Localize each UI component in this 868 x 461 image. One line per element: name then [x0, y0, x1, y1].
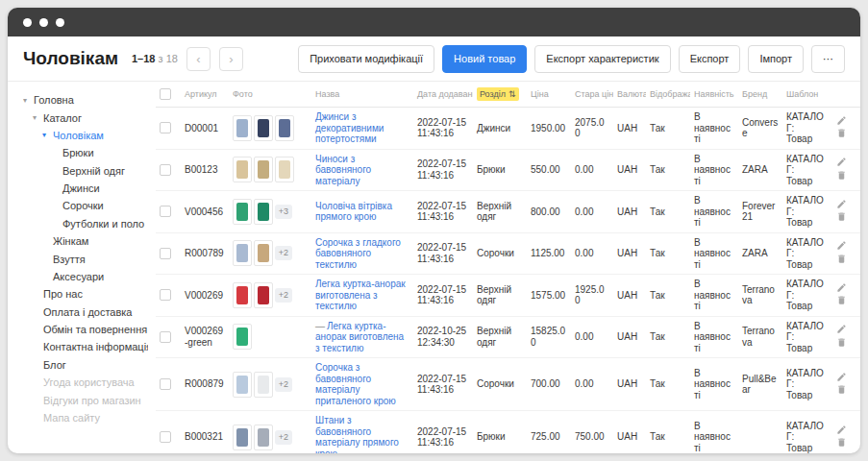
cell-old-price: 0.00: [571, 316, 613, 358]
column-header-date[interactable]: Дата додавання: [413, 82, 473, 108]
delete-button[interactable]: [836, 295, 847, 308]
column-header-section[interactable]: Розділ⇅: [473, 82, 527, 108]
garment-image: [236, 286, 248, 304]
cell-brand: ZARA: [738, 149, 782, 191]
sidebar-item-sorochky[interactable]: ▾ Сорочки: [23, 197, 148, 214]
table-row: V000269 +2 Легка куртка-анорак виготовле…: [156, 275, 860, 317]
sidebar-item-zhinkam[interactable]: ▾ Жінкам: [23, 232, 148, 250]
edit-button[interactable]: [836, 372, 847, 385]
row-checkbox[interactable]: [160, 122, 171, 133]
column-header-actions: [832, 82, 860, 108]
column-header-photo[interactable]: Фото: [229, 82, 311, 108]
sidebar-item-vidguky-pro-magazyn[interactable]: ▾ Відгуки про магазин: [23, 391, 148, 408]
prev-page-button[interactable]: ‹: [186, 47, 211, 71]
cell-display: Так: [646, 232, 690, 275]
sidebar-item-cholovikam[interactable]: ▾ Чоловікам: [23, 127, 148, 144]
template-value: Товар: [786, 259, 829, 271]
cell-currency: UAH: [613, 191, 646, 233]
delete-button[interactable]: [836, 254, 847, 267]
select-all-checkbox[interactable]: [160, 88, 171, 100]
column-header-article[interactable]: Артикул: [181, 82, 229, 108]
row-checkbox[interactable]: [160, 331, 171, 343]
cell-availability: В наявності: [690, 358, 738, 411]
chevron-down-icon: ▾: [23, 96, 34, 105]
row-checkbox[interactable]: [160, 431, 171, 443]
sidebar-item-aksesuary[interactable]: ▾ Аксесуари: [23, 268, 148, 285]
new-product-button[interactable]: Новий товар: [442, 45, 527, 73]
sort-icon[interactable]: ⇅: [508, 89, 516, 99]
delete-button[interactable]: [836, 437, 847, 450]
column-header-brand[interactable]: Бренд: [738, 82, 782, 108]
product-name-link[interactable]: Легка куртка-анорак виготовлена з тексти…: [315, 321, 404, 353]
delete-button[interactable]: [836, 170, 847, 183]
column-header-availability[interactable]: Наявність: [690, 82, 738, 108]
column-header-currency[interactable]: Валюта: [613, 82, 646, 108]
next-page-button[interactable]: ›: [219, 47, 243, 71]
export-button[interactable]: Експорт: [679, 45, 741, 73]
sidebar-item-ugoda-korystuvacha[interactable]: ▾ Угода користувача: [23, 374, 148, 391]
delete-button[interactable]: [836, 337, 847, 351]
row-checkbox[interactable]: [160, 164, 171, 176]
sidebar-item-golovna[interactable]: ▾ Головна: [23, 91, 148, 109]
row-checkbox[interactable]: [160, 378, 171, 390]
garment-image: [258, 428, 269, 447]
window-control-dot-3[interactable]: [56, 18, 64, 27]
row-checkbox[interactable]: [160, 248, 171, 259]
delete-button[interactable]: [836, 128, 847, 141]
product-name-link[interactable]: Легка куртка-анорак виготовлена з тексти…: [315, 279, 406, 311]
row-checkbox[interactable]: [160, 289, 171, 301]
edit-button[interactable]: [836, 425, 847, 438]
cell-currency: UAH: [613, 108, 646, 150]
column-header-name[interactable]: Назва: [311, 82, 413, 108]
sidebar-item-oplata-i-dostavka[interactable]: ▾ Оплата і доставка: [23, 303, 148, 321]
product-name-link[interactable]: Сорочка з гладкого бавовняного текстилю: [315, 237, 401, 270]
edit-button[interactable]: [836, 157, 847, 170]
edit-button[interactable]: [836, 282, 847, 296]
edit-button[interactable]: [836, 324, 847, 337]
column-header-old_price[interactable]: Стара ціна: [571, 82, 613, 108]
import-button[interactable]: Імпорт: [748, 45, 804, 73]
column-header-template[interactable]: Шаблон: [782, 82, 832, 108]
column-header-display[interactable]: Відображати: [646, 82, 690, 108]
window-control-dot-1[interactable]: [23, 18, 32, 27]
edit-button[interactable]: [836, 240, 847, 254]
cell-date: 2022-07-1511:43:16: [413, 411, 473, 454]
product-name-link[interactable]: Чиноси з бавовняного матеріалу: [315, 154, 371, 186]
hide-modifications-button[interactable]: Приховати модифікації: [298, 45, 434, 73]
sidebar-item-mapa-saytu[interactable]: ▾ Мапа сайту: [23, 409, 148, 426]
edit-button[interactable]: [836, 199, 847, 212]
column-header-price[interactable]: Ціна: [527, 82, 571, 108]
window-control-dot-2[interactable]: [39, 18, 48, 27]
product-name-link[interactable]: Чоловіча вітрівка прямого крою: [315, 201, 392, 223]
sidebar-item-bryuky[interactable]: ▾ Брюки: [23, 144, 148, 161]
product-name-link[interactable]: Штани з бавовняного матеріалу прямого кр…: [315, 415, 399, 453]
sidebar-item-label: Брюки: [62, 147, 94, 158]
cell-template: КАТАЛОГ:Товар: [782, 411, 832, 454]
pencil-icon: [836, 157, 847, 167]
sidebar-item-dzhynsy[interactable]: ▾ Джинси: [23, 180, 148, 197]
cell-availability: В наявності: [690, 411, 738, 454]
cell-price: 550.00: [527, 149, 571, 191]
garment-image: [236, 328, 248, 346]
sidebar-item-katalog[interactable]: ▾ Каталог: [23, 109, 148, 126]
sidebar-item-verkhniy-odyag[interactable]: ▾ Верхній одяг: [23, 162, 148, 180]
export-characteristics-button[interactable]: Експорт характеристик: [534, 45, 670, 73]
sidebar-item-pro-nas[interactable]: ▾ Про нас: [23, 285, 148, 303]
cell-price: 15825.00: [527, 316, 571, 358]
edit-button[interactable]: [836, 115, 847, 129]
product-thumbnail: [233, 324, 252, 350]
sidebar-item-blog[interactable]: ▾ Блог: [23, 356, 148, 374]
product-name-link[interactable]: Джинси з декоративними потертостями: [315, 111, 384, 144]
template-type: КАТАЛОГ:: [786, 421, 829, 443]
more-button[interactable]: ⋯: [811, 45, 845, 73]
row-checkbox[interactable]: [160, 206, 171, 217]
sidebar-item-futbolky-i-polo[interactable]: ▾ Футболки и поло: [23, 215, 148, 232]
sidebar-item-kontaktna-informatsiya[interactable]: ▾ Контактна інформація: [23, 338, 148, 355]
delete-button[interactable]: [836, 384, 847, 398]
sidebar-item-vzuttya[interactable]: ▾ Взуття: [23, 250, 148, 267]
delete-button[interactable]: [836, 211, 847, 225]
time-added: 11:43:16: [417, 437, 469, 449]
garment-image: [258, 244, 269, 262]
sidebar-item-obmin-ta-povernennya[interactable]: ▾ Обмін та повернення: [23, 321, 148, 338]
product-name-link[interactable]: Сорочка з бавовняного матеріалу притален…: [315, 362, 396, 406]
